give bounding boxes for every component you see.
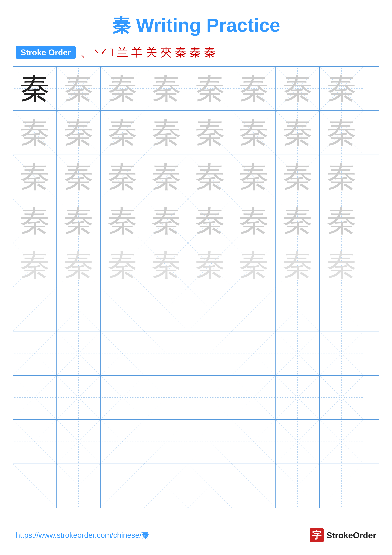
char-ghost: 秦	[320, 111, 363, 154]
svg-line-89	[188, 287, 232, 331]
stroke-order-chars: 、 丷 𠃋 兰 羊 关 夾 秦 秦 秦	[80, 45, 215, 60]
grid-cell-3-1[interactable]: 秦	[13, 155, 57, 199]
svg-line-137	[188, 420, 232, 464]
grid-cell-10-1[interactable]	[13, 464, 57, 508]
grid-cell-5-2[interactable]: 秦	[57, 243, 100, 287]
grid-cell-4-1[interactable]: 秦	[13, 199, 57, 243]
grid-cell-10-5[interactable]	[188, 464, 232, 508]
grid-cell-4-4[interactable]: 秦	[144, 199, 188, 243]
grid-cell-1-8[interactable]: 秦	[320, 67, 363, 110]
grid-cell-9-6[interactable]	[232, 420, 276, 464]
grid-cell-1-3[interactable]: 秦	[100, 67, 144, 110]
grid-cell-3-2[interactable]: 秦	[57, 155, 100, 199]
grid-cell-3-5[interactable]: 秦	[188, 155, 232, 199]
grid-cell-6-7[interactable]	[276, 287, 320, 331]
grid-cell-8-3[interactable]	[100, 376, 144, 419]
grid-cell-9-3[interactable]	[100, 420, 144, 464]
grid-cell-2-8[interactable]: 秦	[320, 111, 363, 154]
grid-cell-4-6[interactable]: 秦	[232, 199, 276, 243]
grid-cell-6-5[interactable]	[188, 287, 232, 331]
grid-cell-9-4[interactable]	[144, 420, 188, 464]
grid-cell-2-2[interactable]: 秦	[57, 111, 100, 154]
grid-cell-2-3[interactable]: 秦	[100, 111, 144, 154]
grid-cell-1-2[interactable]: 秦	[57, 67, 100, 110]
grid-cell-5-6[interactable]: 秦	[232, 243, 276, 287]
grid-cell-8-1[interactable]	[13, 376, 57, 419]
grid-cell-10-7[interactable]	[276, 464, 320, 508]
svg-line-101	[100, 331, 144, 375]
grid-cell-7-5[interactable]	[188, 331, 232, 375]
grid-cell-5-3[interactable]: 秦	[100, 243, 144, 287]
grid-cell-1-1[interactable]: 秦	[13, 67, 57, 110]
grid-cell-10-4[interactable]	[144, 464, 188, 508]
grid-cell-8-6[interactable]	[232, 376, 276, 419]
grid-cell-6-4[interactable]	[144, 287, 188, 331]
writing-grid[interactable]: 秦 秦 秦 秦 秦 秦 秦 秦	[13, 66, 379, 508]
grid-cell-6-1[interactable]	[13, 287, 57, 331]
svg-line-133	[100, 420, 144, 464]
grid-cell-4-8[interactable]: 秦	[320, 199, 363, 243]
grid-cell-9-2[interactable]	[57, 420, 100, 464]
grid-cell-2-4[interactable]: 秦	[144, 111, 188, 154]
char-ghost: 秦	[144, 243, 188, 287]
grid-cell-6-3[interactable]	[100, 287, 144, 331]
grid-cell-7-8[interactable]	[320, 331, 363, 375]
grid-cell-2-7[interactable]: 秦	[276, 111, 320, 154]
footer-url[interactable]: https://www.strokeorder.com/chinese/秦	[16, 530, 149, 540]
grid-cell-2-5[interactable]: 秦	[188, 111, 232, 154]
grid-cell-8-7[interactable]	[276, 376, 320, 419]
grid-cell-10-6[interactable]	[232, 464, 276, 508]
grid-cell-1-5[interactable]: 秦	[188, 67, 232, 110]
grid-cell-8-2[interactable]	[57, 376, 100, 419]
grid-cell-1-4[interactable]: 秦	[144, 67, 188, 110]
svg-line-123	[232, 376, 275, 419]
grid-row-4: 秦 秦 秦 秦 秦 秦 秦 秦	[13, 199, 379, 243]
char-ghost: 秦	[188, 67, 232, 110]
svg-line-151	[144, 464, 188, 508]
grid-cell-5-8[interactable]: 秦	[320, 243, 363, 287]
grid-cell-2-1[interactable]: 秦	[13, 111, 57, 154]
grid-cell-6-6[interactable]	[232, 287, 276, 331]
grid-cell-9-1[interactable]	[13, 420, 57, 464]
svg-line-97	[13, 331, 57, 375]
svg-line-127	[320, 376, 363, 419]
grid-cell-4-7[interactable]: 秦	[276, 199, 320, 243]
grid-cell-10-3[interactable]	[100, 464, 144, 508]
grid-cell-1-6[interactable]: 秦	[232, 67, 276, 110]
grid-cell-3-4[interactable]: 秦	[144, 155, 188, 199]
grid-cell-6-8[interactable]	[320, 287, 363, 331]
grid-cell-7-1[interactable]	[13, 331, 57, 375]
grid-cell-5-7[interactable]: 秦	[276, 243, 320, 287]
grid-cell-8-5[interactable]	[188, 376, 232, 419]
grid-cell-7-6[interactable]	[232, 331, 276, 375]
grid-cell-9-8[interactable]	[320, 420, 363, 464]
grid-cell-4-3[interactable]: 秦	[100, 199, 144, 243]
grid-cell-2-6[interactable]: 秦	[232, 111, 276, 154]
svg-line-155	[232, 464, 275, 508]
grid-cell-3-7[interactable]: 秦	[276, 155, 320, 199]
grid-cell-3-3[interactable]: 秦	[100, 155, 144, 199]
grid-cell-5-5[interactable]: 秦	[188, 243, 232, 287]
grid-cell-8-8[interactable]	[320, 376, 363, 419]
grid-cell-7-2[interactable]	[57, 331, 100, 375]
grid-cell-10-2[interactable]	[57, 464, 100, 508]
grid-cell-4-2[interactable]: 秦	[57, 199, 100, 243]
grid-cell-3-6[interactable]: 秦	[232, 155, 276, 199]
grid-cell-7-3[interactable]	[100, 331, 144, 375]
svg-line-131	[57, 420, 100, 464]
grid-cell-6-2[interactable]	[57, 287, 100, 331]
grid-cell-4-5[interactable]: 秦	[188, 199, 232, 243]
svg-line-87	[144, 287, 188, 331]
grid-cell-9-7[interactable]	[276, 420, 320, 464]
grid-cell-9-5[interactable]	[188, 420, 232, 464]
grid-cell-8-4[interactable]	[144, 376, 188, 419]
grid-cell-10-8[interactable]	[320, 464, 363, 508]
grid-cell-7-4[interactable]	[144, 331, 188, 375]
svg-line-83	[57, 287, 100, 331]
svg-line-159	[320, 464, 363, 508]
grid-cell-5-4[interactable]: 秦	[144, 243, 188, 287]
grid-cell-3-8[interactable]: 秦	[320, 155, 363, 199]
grid-cell-1-7[interactable]: 秦	[276, 67, 320, 110]
grid-cell-5-1[interactable]: 秦	[13, 243, 57, 287]
grid-cell-7-7[interactable]	[276, 331, 320, 375]
